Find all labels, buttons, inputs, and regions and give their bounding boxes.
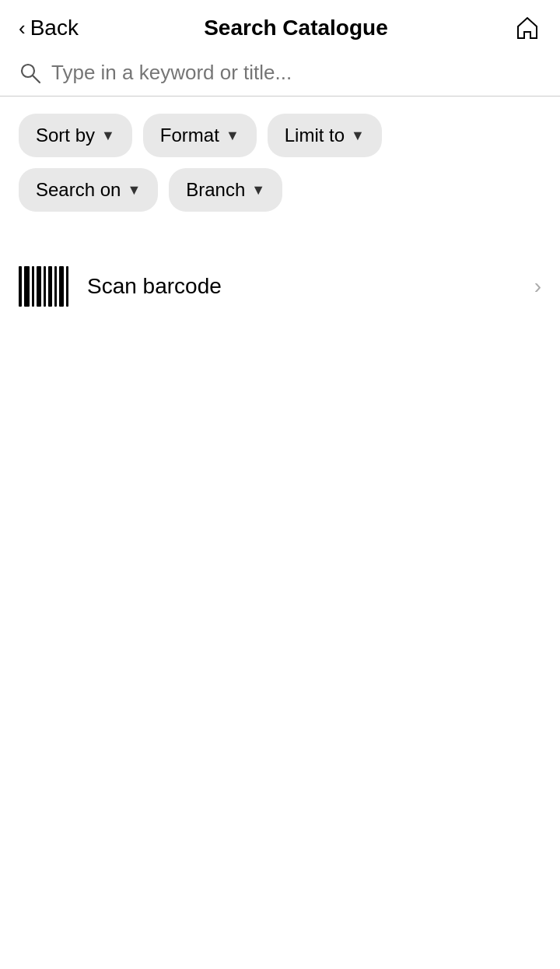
scan-barcode-left: Scan barcode [19, 266, 222, 307]
barcode-icon [19, 266, 68, 307]
chevron-right-icon: › [534, 274, 541, 299]
limit-to-button[interactable]: Limit to ▼ [268, 114, 382, 157]
search-on-dropdown-icon: ▼ [127, 182, 141, 198]
sort-by-button[interactable]: Sort by ▼ [19, 114, 132, 157]
format-button[interactable]: Format ▼ [143, 114, 257, 157]
chevron-left-icon: ‹ [19, 18, 26, 38]
limit-to-label: Limit to [285, 125, 345, 146]
home-button[interactable] [513, 14, 541, 42]
back-button[interactable]: ‹ Back [19, 16, 79, 40]
search-bar [0, 53, 560, 97]
scan-barcode-label: Scan barcode [87, 274, 222, 299]
scan-barcode-button[interactable]: Scan barcode › [0, 243, 560, 330]
limit-to-dropdown-icon: ▼ [351, 128, 365, 144]
branch-label: Branch [186, 179, 245, 201]
header: ‹ Back Search Catalogue [0, 0, 560, 53]
branch-dropdown-icon: ▼ [251, 182, 265, 198]
filter-row-1: Sort by ▼ Format ▼ Limit to ▼ [0, 97, 560, 165]
sort-by-dropdown-icon: ▼ [101, 128, 115, 144]
sort-by-label: Sort by [36, 125, 95, 146]
search-on-label: Search on [36, 179, 121, 201]
search-on-button[interactable]: Search on ▼ [19, 168, 158, 212]
home-icon [513, 14, 541, 42]
page-title: Search Catalogue [79, 16, 513, 40]
svg-line-1 [33, 75, 40, 83]
search-input[interactable] [51, 61, 541, 85]
search-icon [19, 61, 42, 85]
branch-button[interactable]: Branch ▼ [169, 168, 282, 212]
filter-row-2: Search on ▼ Branch ▼ [0, 165, 560, 219]
back-label: Back [30, 16, 79, 40]
format-label: Format [160, 125, 219, 146]
format-dropdown-icon: ▼ [226, 128, 240, 144]
